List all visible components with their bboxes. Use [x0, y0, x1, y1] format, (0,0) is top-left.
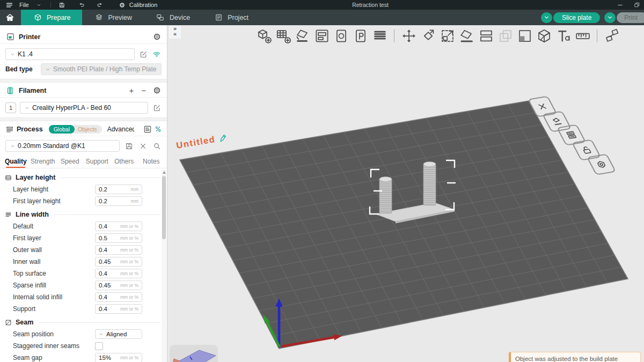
param-section-header: Seam: [0, 315, 167, 328]
param-input[interactable]: 0.5mm or %: [95, 233, 142, 243]
hamburger-menu-icon[interactable]: [4, 0, 14, 10]
rotate-icon[interactable]: [419, 27, 437, 45]
add-text-icon[interactable]: [554, 27, 572, 45]
process-icon: [5, 124, 14, 134]
params-scrollbar[interactable]: [162, 169, 166, 362]
slice-plate-group: Slice plate: [541, 12, 600, 23]
project-icon: [214, 13, 223, 23]
filament-select[interactable]: Creality HyperPLA - Bed 60: [20, 102, 148, 114]
layers-icon[interactable]: [371, 27, 389, 45]
view-cube[interactable]: [170, 345, 218, 362]
param-input[interactable]: 0.45mm or %: [95, 280, 142, 290]
home-button[interactable]: [0, 10, 21, 25]
process-tab-notes[interactable]: Notes: [138, 158, 165, 168]
viewport-3d[interactable]: »« Untitled Object was adjusted to the b…: [167, 25, 644, 362]
cut-icon[interactable]: [535, 27, 553, 45]
notification-toast: Object was adjusted to the build plate: [509, 352, 641, 362]
slice-plate-dropdown[interactable]: [541, 12, 552, 23]
main-nav: PreparePreviewDeviceProject Slice plate …: [0, 10, 644, 25]
chevron-down-icon[interactable]: [34, 0, 44, 10]
printer-select[interactable]: K1 .4: [5, 48, 135, 60]
measure-icon[interactable]: [574, 27, 591, 45]
add-plate-icon[interactable]: [274, 27, 292, 45]
printer-icon: [5, 32, 15, 42]
param-input[interactable]: 0.4mm or %: [95, 292, 142, 302]
param-row: Sparse infill0.45mm or %: [0, 279, 167, 291]
doc-p-icon[interactable]: [352, 27, 369, 45]
parameter-list-icon[interactable]: [143, 124, 152, 134]
preset-select[interactable]: 0.20mm Standard @K1: [5, 140, 120, 152]
plate-layout-icon[interactable]: [313, 27, 331, 45]
param-checkbox[interactable]: [95, 342, 103, 350]
reset-preset-icon[interactable]: [138, 141, 148, 151]
calibration-menu[interactable]: Calibration: [115, 0, 160, 10]
minimize-icon[interactable]: [615, 0, 625, 10]
scale-icon[interactable]: [438, 27, 456, 45]
process-tab-speed[interactable]: Speed: [56, 158, 84, 168]
compare-icon[interactable]: [155, 124, 162, 134]
add-model-icon[interactable]: [255, 27, 273, 45]
filament-settings-gear-icon[interactable]: [152, 86, 162, 95]
chevron-down-icon: [24, 103, 30, 113]
scope-global-button[interactable]: Global: [49, 125, 75, 134]
tab-prepare[interactable]: Prepare: [21, 10, 82, 25]
split-model-icon[interactable]: [603, 27, 620, 45]
file-menu[interactable]: File: [17, 0, 31, 10]
tab-device[interactable]: Device: [144, 10, 202, 25]
lay-flat-icon[interactable]: [458, 27, 475, 45]
param-input[interactable]: 0.4mm or %: [95, 269, 142, 278]
scope-objects-button[interactable]: Objects: [71, 125, 102, 134]
print-button[interactable]: Print: [617, 12, 644, 23]
scroll-up-arrow[interactable]: [163, 171, 166, 174]
doc-o-icon[interactable]: [332, 27, 350, 45]
process-tab-support[interactable]: Support: [84, 158, 111, 168]
process-tab-quality[interactable]: Quality: [2, 158, 30, 168]
layer-height-icon: [4, 173, 12, 182]
filament-slot-number: 1: [5, 102, 16, 113]
tab-preview[interactable]: Preview: [82, 10, 143, 25]
settings-sidebar: Printer K1 .4 Bed type Smooth PEI Plate …: [0, 25, 167, 362]
build-plate[interactable]: [167, 25, 644, 362]
process-tab-strength[interactable]: Strength: [30, 158, 57, 168]
param-input[interactable]: 0.4mm or %: [95, 221, 142, 231]
move-icon[interactable]: [400, 27, 418, 45]
scrollbar-thumb[interactable]: [162, 176, 166, 239]
divider: [0, 79, 167, 83]
param-select[interactable]: Aligned: [95, 329, 142, 339]
process-tab-others[interactable]: Others: [111, 158, 138, 168]
edit-printer-icon[interactable]: [138, 49, 148, 59]
add-filament-button[interactable]: +: [127, 86, 136, 95]
bed-type-label: Bed type: [5, 65, 36, 73]
redo-icon[interactable]: [95, 0, 105, 10]
param-input[interactable]: 0.45mm or %: [95, 257, 142, 267]
edit-plate-name-icon[interactable]: [218, 132, 229, 144]
param-input[interactable]: 0.4mm or %: [95, 304, 142, 314]
restore-icon[interactable]: [632, 0, 642, 10]
param-row: Seam gap15%mm or %: [0, 352, 167, 362]
tab-project[interactable]: Project: [202, 10, 260, 25]
param-row: Seam positionAligned: [0, 328, 167, 340]
slice-plate-button[interactable]: Slice plate: [553, 12, 600, 23]
search-icon[interactable]: [152, 141, 162, 151]
save-preset-icon[interactable]: [124, 141, 134, 151]
save-icon[interactable]: [57, 0, 67, 10]
auto-arrange-icon[interactable]: [294, 27, 311, 45]
fill-icon[interactable]: [516, 27, 533, 45]
param-input[interactable]: 15%mm or %: [95, 353, 142, 362]
undo-icon[interactable]: [77, 0, 86, 10]
param-input[interactable]: 0.4mm or %: [95, 245, 142, 255]
edit-filament-icon[interactable]: [152, 103, 162, 113]
param-row: Internal solid infill0.4mm or %: [0, 291, 167, 303]
printer-settings-gear-icon[interactable]: [152, 32, 162, 42]
param-row: First layer0.5mm or %: [0, 232, 167, 244]
split-plate-icon[interactable]: [477, 27, 495, 45]
param-input[interactable]: 0.2mm: [95, 184, 142, 194]
process-tabs: QualityStrengthSpeedSupportOthersNotes: [0, 155, 167, 168]
remove-filament-button[interactable]: −: [140, 86, 148, 95]
param-row: Layer height0.2mm: [0, 183, 167, 195]
print-group: Print: [604, 12, 644, 23]
wifi-icon[interactable]: [152, 49, 162, 59]
bed-type-select[interactable]: Smooth PEI Plate / High Temp Plate: [41, 63, 162, 75]
print-dropdown[interactable]: [604, 12, 616, 23]
param-input[interactable]: 0.2mm: [95, 196, 142, 206]
